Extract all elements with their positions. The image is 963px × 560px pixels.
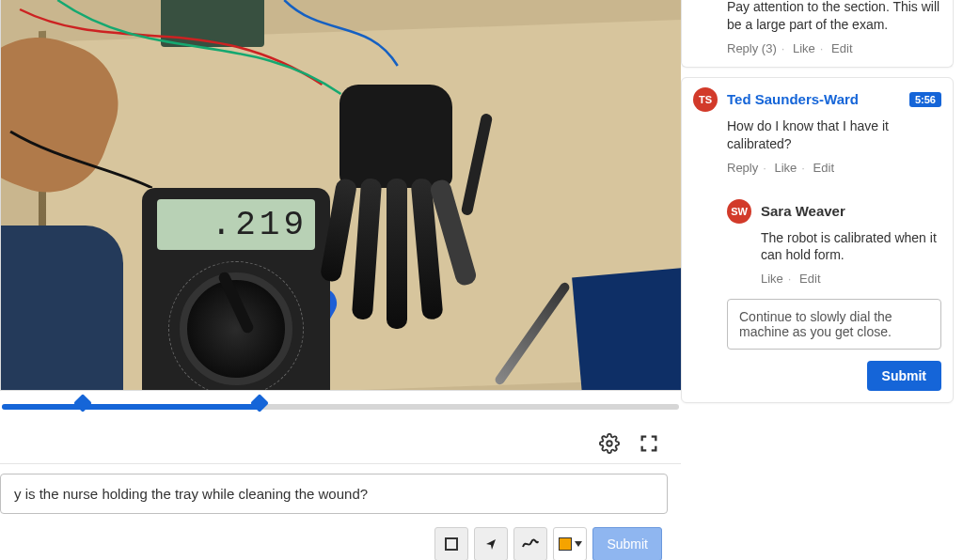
tool-square[interactable] — [434, 527, 468, 560]
multimeter-reading: .219 — [157, 199, 315, 250]
video-frame: .219 — [1, 0, 681, 390]
avatar: TS — [693, 87, 718, 112]
video-progress-fill — [2, 404, 260, 410]
question-submit-button[interactable]: Submit — [592, 527, 662, 560]
svg-rect-1 — [446, 538, 457, 550]
reply-input[interactable]: Continue to slowly dial the machine as y… — [727, 299, 941, 350]
tool-color[interactable] — [553, 527, 587, 560]
comment-body: Pay attention to the section. This will … — [682, 0, 953, 34]
video-progress-track[interactable] — [2, 404, 679, 410]
gear-icon — [599, 433, 620, 454]
like-link[interactable]: Like — [793, 41, 815, 55]
scribble-icon — [522, 537, 539, 551]
comment-timestamp[interactable]: 5:56 — [909, 92, 941, 107]
reply-submit-button[interactable]: Submit — [867, 361, 941, 391]
multimeter: .219 — [142, 188, 330, 391]
tool-pointer[interactable] — [474, 527, 508, 560]
like-link[interactable]: Like — [775, 161, 797, 175]
comment-body: How do I know that I have it calibrated? — [682, 117, 953, 153]
comment-card: PW Professor Williams 5:37 Pay attention… — [681, 0, 954, 68]
color-swatch-icon — [559, 537, 572, 551]
reply-body: The robot is calibrated when it can hold… — [708, 229, 953, 265]
reply-link[interactable]: Reply — [727, 161, 758, 175]
settings-button[interactable] — [596, 430, 623, 457]
like-link[interactable]: Like — [761, 272, 783, 286]
square-icon — [445, 537, 458, 551]
tool-scribble[interactable] — [513, 527, 547, 560]
video-player[interactable]: .219 — [0, 0, 681, 391]
fullscreen-icon — [639, 433, 659, 454]
comment-card: TS Ted Saunders-Ward 5:56 How do I know … — [681, 77, 954, 404]
edit-link[interactable]: Edit — [799, 272, 820, 286]
edit-link[interactable]: Edit — [813, 161, 834, 175]
edit-link[interactable]: Edit — [831, 41, 852, 55]
pointer-icon — [483, 537, 498, 552]
svg-point-0 — [607, 441, 612, 446]
comment-author: Ted Saunders-Ward — [727, 91, 909, 107]
caret-icon — [575, 541, 582, 547]
reply-link[interactable]: Reply (3) — [727, 41, 777, 55]
avatar: SW — [727, 199, 751, 224]
robotic-hand — [311, 85, 481, 329]
reply-author: Sara Weaver — [761, 203, 941, 219]
question-input[interactable] — [0, 474, 668, 514]
fullscreen-button[interactable] — [636, 430, 662, 457]
